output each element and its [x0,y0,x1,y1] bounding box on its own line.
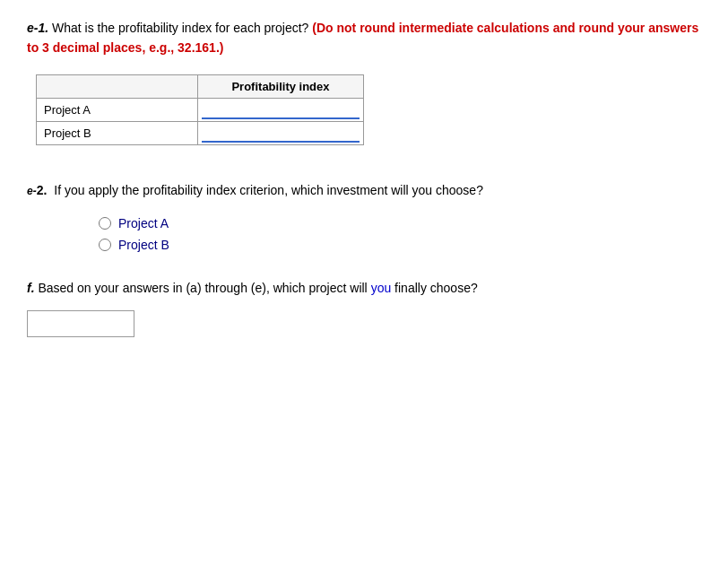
f-text2: finally choose? [394,281,478,295]
e1-prefix: e-1. [27,21,48,35]
project-b-label: Project B [37,121,198,144]
f-prefix: f. [27,281,35,295]
f-you-highlight: you [371,281,392,295]
f-text: Based on your answers in (a) through (e)… [38,281,370,295]
radio-option-project-a[interactable]: Project A [99,216,701,230]
project-a-input[interactable] [202,100,360,119]
e2-label: e- 2. If you apply the profitability ind… [27,181,701,200]
radio-project-b[interactable] [99,239,111,251]
empty-header [37,74,198,98]
radio-project-a[interactable] [99,217,111,230]
f-input-box [27,310,134,337]
question-f: f. Based on your answers in (a) through … [27,279,701,337]
table-row-project-b: Project B [37,121,364,144]
e1-text-normal: What is the profitability index for each… [52,21,312,35]
table-row-project-a: Project A [37,98,364,121]
f-question-text: f. Based on your answers in (a) through … [27,279,701,298]
f-answer-input[interactable] [31,313,130,335]
question-e2: e- 2. If you apply the profitability ind… [27,181,701,252]
project-a-label: Project A [37,98,198,121]
e2-prefix-e: e- [27,186,37,196]
radio-option-project-b[interactable]: Project B [99,238,701,252]
radio-b-label: Project B [118,238,169,252]
e1-question-text: e-1. What is the profitability index for… [27,18,701,58]
e2-question-text: If you apply the profitability index cri… [54,181,483,200]
project-a-input-cell [198,98,364,121]
radio-group-e2: Project A Project B [99,216,701,252]
project-b-input[interactable] [202,124,360,143]
project-b-input-cell [198,121,364,144]
radio-a-label: Project A [118,216,169,230]
pi-header: Profitability index [198,74,364,98]
profitability-table-container: Profitability index Project A Project B [36,74,701,145]
question-e1: e-1. What is the profitability index for… [27,18,701,145]
profitability-table: Profitability index Project A Project B [36,74,364,145]
e2-prefix-2: 2. [37,181,48,200]
